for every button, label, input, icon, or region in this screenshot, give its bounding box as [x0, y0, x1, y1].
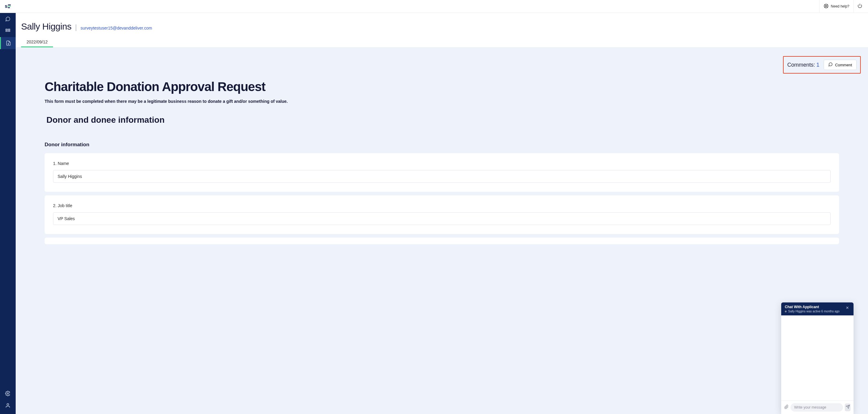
add-comment-button[interactable]: Comment — [824, 60, 857, 70]
svg-rect-2 — [8, 29, 10, 30]
document-export-icon — [6, 40, 11, 46]
comments-count[interactable]: 1 — [816, 62, 819, 68]
need-help-button[interactable]: Need help? — [819, 0, 854, 13]
tab-date[interactable]: 2022/09/12 — [21, 37, 53, 47]
sidebar-item-profile[interactable] — [0, 400, 16, 412]
svg-line-8 — [825, 4, 826, 5]
comments-summary: Comments: 1 Comment — [783, 56, 861, 73]
logout-button[interactable] — [854, 0, 866, 13]
power-icon — [858, 3, 862, 9]
form-description: This form must be completed when there m… — [44, 99, 839, 104]
svg-rect-3 — [8, 31, 10, 32]
chat-attach-button[interactable] — [784, 405, 789, 410]
svg-point-5 — [7, 404, 9, 405]
app-logo[interactable]: s — [0, 0, 16, 13]
person-email-link[interactable]: surveytestuser15@devanddeliver.com — [81, 26, 152, 30]
sidebar-item-surveys[interactable] — [0, 25, 16, 37]
tab-label: 2022/09/12 — [27, 39, 48, 44]
user-icon — [5, 403, 10, 408]
field-card-next — [44, 238, 839, 244]
sidebar-item-chat[interactable] — [0, 13, 16, 25]
chat-send-button[interactable] — [845, 404, 850, 411]
svg-rect-1 — [6, 31, 7, 32]
paperclip-icon — [784, 405, 789, 410]
list-grid-icon — [5, 28, 10, 34]
chat-body — [781, 316, 854, 401]
sidebar: s — [0, 0, 16, 414]
status-dot-icon — [785, 310, 786, 313]
svg-rect-0 — [6, 29, 7, 30]
subsection-title: Donor information — [44, 142, 839, 148]
close-icon — [845, 305, 849, 310]
svg-line-10 — [827, 4, 827, 5]
divider: | — [75, 23, 77, 31]
chat-status: Sally Higgins was active 6 months ago — [788, 310, 840, 313]
comment-icon — [828, 62, 833, 67]
chat-message-input[interactable] — [790, 403, 843, 412]
field-card-jobtitle: 2. Job title — [44, 196, 839, 234]
jobtitle-input[interactable] — [53, 212, 831, 225]
gear-icon — [5, 391, 10, 396]
field-label: 2. Job title — [53, 203, 831, 208]
svg-point-7 — [825, 5, 827, 7]
life-ring-icon — [824, 4, 829, 9]
field-label: 1. Name — [53, 161, 831, 166]
field-card-name: 1. Name — [44, 153, 839, 192]
chat-widget: Chat With Applicant Sally Higgins was ac… — [781, 302, 854, 414]
svg-line-9 — [827, 6, 827, 7]
send-icon — [846, 405, 850, 410]
svg-line-11 — [825, 6, 826, 7]
chat-header: Chat With Applicant Sally Higgins was ac… — [781, 302, 854, 316]
comment-button-label: Comment — [835, 63, 852, 67]
sidebar-item-settings[interactable] — [0, 387, 16, 400]
chat-input-row — [781, 401, 854, 414]
chat-bubble-icon — [5, 16, 10, 22]
form-title: Charitable Donation Approval Request — [44, 80, 839, 94]
topbar: Need help? — [16, 0, 868, 13]
svg-point-4 — [7, 393, 9, 394]
sidebar-item-documents[interactable] — [0, 37, 16, 49]
name-input[interactable] — [53, 170, 831, 183]
person-name: Sally Higgins — [21, 22, 71, 32]
section-title: Donor and donee information — [46, 115, 839, 125]
need-help-label: Need help? — [831, 4, 849, 8]
comments-label: Comments: — [787, 62, 815, 68]
chat-close-button[interactable] — [845, 305, 850, 312]
chat-title: Chat With Applicant — [785, 305, 840, 309]
